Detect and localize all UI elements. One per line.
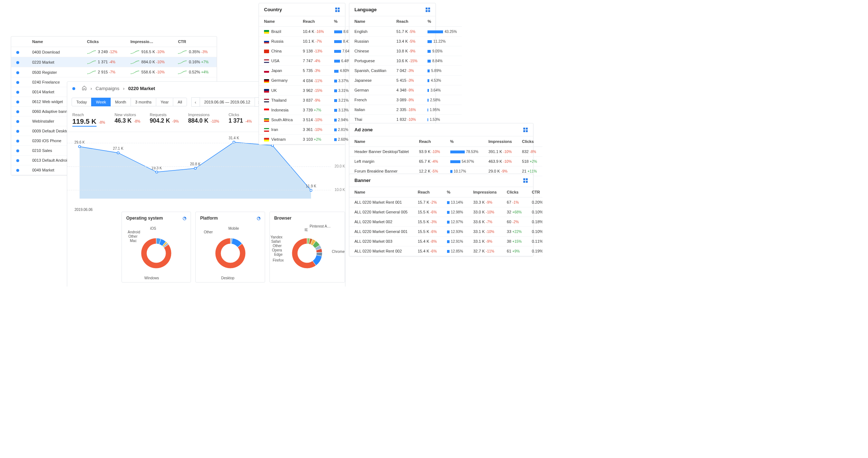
range-today[interactable]: Today xyxy=(72,98,92,106)
status-dot xyxy=(16,169,19,172)
table-row[interactable]: USA7 747-4%6.48% xyxy=(259,56,359,66)
svg-text:20.8 K: 20.8 K xyxy=(190,162,201,166)
table-row[interactable]: Japanese5 415-3%4.53% xyxy=(349,76,462,85)
table-row[interactable]: English51.7 K-5%43.25% xyxy=(349,27,462,37)
status-dot xyxy=(16,101,19,103)
status-dot xyxy=(16,91,19,94)
range-week[interactable]: Week xyxy=(91,98,111,106)
country-title: Country xyxy=(264,7,282,12)
table-row[interactable]: Header Banner Desktop/Tablet93.9 K-10%78… xyxy=(349,147,542,157)
table-row[interactable]: Portuguese10.6 K-15%8.84% xyxy=(349,56,462,66)
os-title: Operating system xyxy=(126,216,163,221)
table-row[interactable]: ALL 0220 Market General 00115.5 K-6%12.9… xyxy=(349,227,542,237)
table-row[interactable]: Russia10.1 K-7%8.41% xyxy=(259,37,359,46)
date-range[interactable]: 2019.06.06 — 2019.06.12 xyxy=(200,98,255,106)
table-row[interactable]: UK3 962-15%3.31% xyxy=(259,85,359,95)
svg-text:11.9 K: 11.9 K xyxy=(306,184,316,188)
range-3months[interactable]: 3 months xyxy=(131,98,156,106)
language-title: Language xyxy=(354,7,376,12)
table-row[interactable]: Thailand3 837-9%3.21% xyxy=(259,95,359,105)
table-row[interactable]: Italian2 335-16%1.95% xyxy=(349,105,462,115)
svg-point-0 xyxy=(78,145,81,148)
bc-current: 0220 Market xyxy=(128,86,155,91)
th-impr[interactable]: Impressio… xyxy=(125,37,173,47)
table-row[interactable]: Iran3 361-10%2.81% xyxy=(259,124,359,134)
svg-rect-21 xyxy=(428,10,430,12)
status-dot xyxy=(16,159,19,162)
toggle-icon[interactable]: ◔ xyxy=(183,216,186,221)
date-prev-button[interactable]: ‹ xyxy=(191,97,200,107)
country-panel: Country Name Reach % Brazil10.4 K-16%8.6… xyxy=(259,3,345,145)
table-row[interactable]: China9 138-13%7.64% xyxy=(259,46,359,56)
svg-text:31.4 K: 31.4 K xyxy=(229,136,239,140)
kpi-impressions[interactable]: Impressions 884.0 K -10% xyxy=(188,113,219,127)
table-row[interactable]: South Africa3 514-10%2.94% xyxy=(259,115,359,124)
status-dot xyxy=(16,81,19,84)
table-row[interactable]: 0220 Market1 371-4%884.0 K-10%0.16%+7% xyxy=(11,57,217,67)
table-row[interactable]: ALL 0220 Market Rent 00115.7 K-2%13.14%3… xyxy=(349,198,542,207)
os-card: Operating system ◔ AndroidiOSOtherMacWin… xyxy=(122,212,191,283)
adzone-title: Ad zone xyxy=(354,127,373,132)
table-row[interactable]: ALL 0220 Market Rent 00215.4 K-6%12.85%3… xyxy=(349,246,542,256)
range-year[interactable]: Year xyxy=(156,98,173,106)
kpi-requests[interactable]: Requests 904.2 K -9% xyxy=(150,113,179,127)
table-row[interactable]: Indonesia3 739+7%3.13% xyxy=(259,105,359,115)
svg-rect-15 xyxy=(338,7,340,9)
th-ctr[interactable]: CTR xyxy=(173,37,217,47)
table-row[interactable]: Japan5 735-3%4.80% xyxy=(259,66,359,76)
kpi-clicks[interactable]: Clicks 1 371 -4% xyxy=(229,113,252,127)
toggle-icon[interactable]: ◔ xyxy=(257,216,260,221)
table-row[interactable]: ALL 0220 Market 00315.4 K-8%12.91%33.1 K… xyxy=(349,237,542,246)
svg-point-12 xyxy=(310,189,312,191)
svg-point-6 xyxy=(194,167,196,169)
status-dot xyxy=(16,130,19,133)
table-row[interactable]: Chinese10.8 K-9%9.05% xyxy=(349,46,462,56)
table-row[interactable]: Vietnam3 103+2%2.60% xyxy=(259,135,359,144)
platform-title: Platform xyxy=(200,216,218,221)
kpi-new-visitors[interactable]: New visitors 46.3 K -8% xyxy=(115,113,140,127)
th-name[interactable]: Name xyxy=(27,37,82,47)
bc-campaigns[interactable]: Campaigns xyxy=(95,86,119,91)
table-row[interactable]: German4 348-9%3.64% xyxy=(349,85,462,95)
svg-rect-19 xyxy=(428,7,430,9)
banner-title: Banner xyxy=(354,178,371,183)
status-dot xyxy=(16,71,19,74)
browser-card: Browser YandexIEPinterest A…SafariOtherO… xyxy=(269,212,345,283)
svg-rect-24 xyxy=(523,130,525,132)
cell-name: 0400 Download xyxy=(27,47,82,57)
kpi-reach[interactable]: Reach 119.5 K -8% xyxy=(72,113,105,127)
range-all[interactable]: All xyxy=(173,98,187,106)
table-row[interactable]: 0400 Download3 249-12%916.5 K-10%0.35%-3… xyxy=(11,47,217,57)
table-row[interactable]: Brazil10.4 K-16%8.67% xyxy=(259,27,359,37)
svg-rect-27 xyxy=(526,178,528,180)
home-icon[interactable] xyxy=(82,85,87,92)
th-clicks[interactable]: Clicks xyxy=(82,37,125,47)
range-month[interactable]: Month xyxy=(110,98,131,106)
table-row[interactable]: French3 089-9%2.58% xyxy=(349,95,462,105)
table-row[interactable]: ALL 0220 Market General 00515.5 K-6%12.9… xyxy=(349,207,542,217)
status-dot xyxy=(16,149,19,152)
table-row[interactable]: Spanish, Castilian7 042-3%5.89% xyxy=(349,66,462,76)
svg-text:29.6 K: 29.6 K xyxy=(75,140,85,144)
svg-rect-25 xyxy=(526,130,528,132)
svg-rect-20 xyxy=(426,10,427,12)
svg-point-4 xyxy=(156,171,158,173)
grid-icon[interactable] xyxy=(523,178,528,183)
status-dot xyxy=(16,51,19,54)
svg-rect-18 xyxy=(426,7,427,9)
svg-rect-26 xyxy=(523,178,525,180)
status-dot xyxy=(16,61,19,64)
platform-card: Platform ◔ OtherMobileDesktop xyxy=(195,212,265,283)
svg-point-2 xyxy=(117,152,119,154)
table-row[interactable]: Russian13.4 K-5%11.22% xyxy=(349,37,462,46)
browser-title: Browser xyxy=(274,216,292,221)
grid-icon[interactable] xyxy=(425,7,430,12)
table-row[interactable]: Germany4 034-11%3.37% xyxy=(259,76,359,85)
grid-icon[interactable] xyxy=(335,7,340,12)
svg-rect-16 xyxy=(335,10,337,12)
svg-rect-23 xyxy=(526,127,528,129)
table-row[interactable]: 0500 Register2 915-7%558.6 K-10%0.52%+4% xyxy=(11,67,217,77)
grid-icon[interactable] xyxy=(523,127,528,132)
table-row[interactable]: ALL 0220 Market 00215.5 K-3%12.97%33.6 K… xyxy=(349,217,542,227)
table-row[interactable]: Left margin65.7 K-4%54.97%463.9 K-10%518… xyxy=(349,157,542,166)
